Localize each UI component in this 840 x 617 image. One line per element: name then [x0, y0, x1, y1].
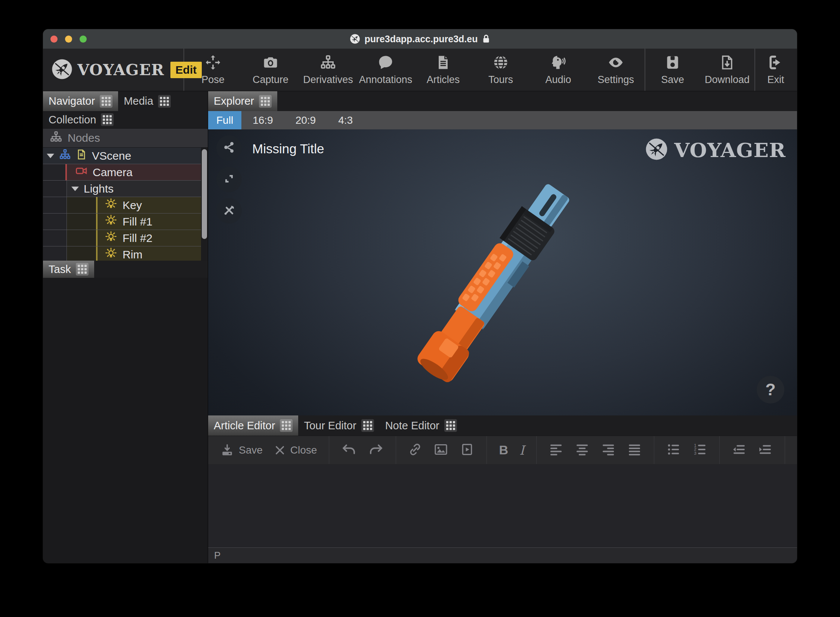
sidebar: Navigator Media Collection Nodes: [43, 91, 208, 563]
svg-text:3: 3: [694, 451, 697, 455]
zoom-window-button[interactable]: [80, 36, 87, 43]
tab-explorer[interactable]: Explorer: [208, 91, 277, 111]
tab-article-editor[interactable]: Article Editor: [208, 415, 298, 436]
close-window-button[interactable]: [50, 36, 58, 43]
bullet-list-button[interactable]: [666, 442, 681, 458]
tree-row-lights[interactable]: Lights: [43, 181, 208, 197]
file-download-icon: [719, 54, 735, 71]
close-x-icon: [274, 444, 286, 456]
tab-tour-editor[interactable]: Tour Editor: [298, 415, 379, 436]
scene-document-icon: [76, 149, 87, 163]
collapse-caret-icon[interactable]: [71, 187, 79, 191]
drag-handle-icon[interactable]: [158, 95, 171, 108]
article-editor-content[interactable]: [208, 464, 797, 547]
editor-tab-row: Article Editor Tour Editor Note Editor: [208, 415, 797, 436]
link-button[interactable]: [408, 442, 422, 458]
indent-button[interactable]: [758, 442, 773, 458]
lightbulb-icon: [104, 246, 118, 261]
appbar-button-pose[interactable]: Pose: [184, 49, 242, 91]
drag-handle-icon[interactable]: [280, 419, 293, 432]
scene-hierarchy-icon: [59, 148, 71, 163]
aspect-ratio-bar: Full 16:9 20:9 4:3: [208, 111, 797, 129]
redo-button[interactable]: [368, 442, 384, 459]
align-center-button[interactable]: [575, 442, 590, 458]
tree-row-light-fill1[interactable]: Fill #1: [43, 214, 208, 230]
tree-scrollbar-thumb[interactable]: [202, 149, 207, 239]
aspect-option-4-3[interactable]: 4:3: [327, 111, 364, 129]
appbar-button-derivatives[interactable]: Derivatives: [299, 49, 357, 91]
lightbulb-icon: [104, 197, 118, 213]
explorer-pane: Explorer Full 16:9 20:9 4:3: [208, 91, 797, 563]
aspect-option-full[interactable]: Full: [208, 111, 241, 129]
content-area: Navigator Media Collection Nodes: [43, 91, 797, 563]
align-left-button[interactable]: [549, 442, 563, 458]
help-button[interactable]: ?: [757, 376, 784, 403]
model-3d-blaster: [208, 129, 797, 415]
voyager-logo-rocket-icon: [51, 58, 73, 82]
url-text: pure3dapp.acc.pure3d.eu: [365, 34, 478, 44]
appbar-button-save[interactable]: Save: [645, 49, 700, 91]
drag-handle-icon[interactable]: [444, 419, 457, 432]
numbered-list-button[interactable]: 123: [692, 442, 707, 458]
tree-row-light-rim[interactable]: Rim: [43, 246, 208, 261]
italic-button[interactable]: I: [519, 443, 524, 458]
save-icon: [664, 54, 681, 71]
appbar-button-capture[interactable]: Capture: [242, 49, 299, 91]
drag-handle-icon[interactable]: [100, 95, 112, 108]
app-toolbar: VOYAGER Edit Pose Capture Derivatives An…: [43, 49, 797, 91]
scene-viewport[interactable]: Missing Title VOYAGER: [208, 129, 797, 415]
collection-tab-row: Collection: [43, 111, 208, 128]
pose-move-icon: [205, 54, 221, 71]
tree-row-vscene[interactable]: VScene: [43, 148, 208, 164]
address-bar: pure3dapp.acc.pure3d.eu: [350, 34, 491, 44]
comment-icon: [377, 54, 394, 71]
tab-collection[interactable]: Collection: [43, 111, 119, 128]
minimize-window-button[interactable]: [65, 36, 72, 43]
editor-save-button[interactable]: Save: [220, 443, 263, 457]
node-tree: VScene Camera Lights: [43, 148, 208, 261]
editor-close-button[interactable]: Close: [274, 444, 317, 456]
undo-button[interactable]: [341, 442, 357, 459]
appbar-button-settings[interactable]: Settings: [587, 49, 645, 91]
appbar-button-exit[interactable]: Exit: [755, 49, 796, 91]
collapse-caret-icon[interactable]: [47, 154, 54, 158]
drag-handle-icon[interactable]: [361, 419, 374, 432]
tab-media[interactable]: Media: [118, 91, 176, 111]
lightbulb-icon: [104, 230, 118, 246]
nodes-panel-header: Nodes: [43, 128, 208, 148]
tree-row-camera[interactable]: Camera: [43, 164, 208, 181]
drag-handle-icon[interactable]: [101, 113, 114, 126]
tree-row-light-key[interactable]: Key: [43, 197, 208, 214]
aspect-option-16-9[interactable]: 16:9: [241, 111, 284, 129]
align-justify-button[interactable]: [627, 442, 642, 458]
tab-task[interactable]: Task: [43, 261, 94, 278]
appbar-button-tours[interactable]: Tours: [472, 49, 529, 91]
explorer-tab-row: Explorer: [208, 91, 797, 111]
insert-video-button[interactable]: [460, 442, 475, 458]
outdent-button[interactable]: [732, 442, 747, 458]
document-icon: [435, 54, 451, 71]
tab-note-editor[interactable]: Note Editor: [380, 415, 463, 436]
insert-image-button[interactable]: [433, 442, 448, 458]
bold-button[interactable]: B: [499, 443, 508, 457]
tab-navigator[interactable]: Navigator: [43, 91, 118, 111]
video-camera-icon: [75, 165, 88, 180]
nodes-hierarchy-icon: [50, 131, 62, 146]
globe-icon: [492, 54, 509, 71]
lock-icon: [482, 34, 490, 44]
traffic-lights: [50, 29, 87, 49]
task-panel-empty: [43, 278, 208, 563]
tree-row-light-fill2[interactable]: Fill #2: [43, 230, 208, 246]
app-window: pure3dapp.acc.pure3d.eu VOYAGER Edit Pos…: [43, 29, 797, 563]
appbar-button-articles[interactable]: Articles: [414, 49, 472, 91]
sidebar-tab-row: Navigator Media: [43, 91, 208, 111]
appbar-button-download[interactable]: Download: [700, 49, 754, 91]
site-favicon-rocket-icon: [350, 34, 360, 44]
appbar-button-audio[interactable]: Audio: [529, 49, 587, 91]
align-right-button[interactable]: [601, 442, 616, 458]
task-tab-row: Task: [43, 261, 208, 278]
drag-handle-icon[interactable]: [76, 263, 89, 276]
drag-handle-icon[interactable]: [259, 95, 272, 108]
appbar-button-annotations[interactable]: Annotations: [357, 49, 414, 91]
aspect-option-20-9[interactable]: 20:9: [284, 111, 327, 129]
